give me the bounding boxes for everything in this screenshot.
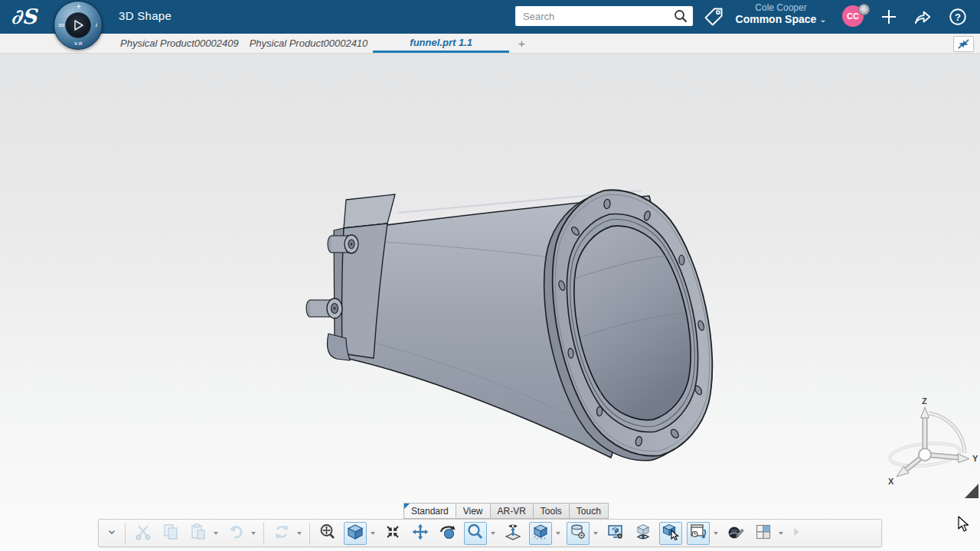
action-toolbar — [98, 519, 882, 547]
toolbar-separator — [125, 523, 126, 544]
zoom-fit-icon — [318, 523, 337, 543]
hide-show-button[interactable] — [632, 522, 655, 545]
database-gear-icon — [569, 523, 587, 543]
tag-icon[interactable] — [702, 5, 725, 28]
doc-tab-1[interactable]: Physical Product00002409 — [115, 34, 244, 53]
cube-cursor-icon — [662, 523, 680, 543]
undo-dropdown[interactable] — [249, 522, 257, 545]
3d-compass[interactable]: 3D V.R ✛ i — [54, 1, 103, 50]
play-right-icon — [790, 526, 802, 540]
select-mode-button[interactable] — [659, 522, 682, 545]
app-title: 3D Shape — [119, 9, 172, 22]
center-view-button[interactable] — [381, 522, 404, 545]
magnifier-icon — [466, 523, 485, 543]
svg-text:?: ? — [955, 11, 961, 23]
view-triad[interactable]: Z Y X — [888, 396, 978, 486]
doc-tab-3[interactable]: funnel.prt 1.1 — [373, 34, 509, 53]
update-window-button[interactable] — [687, 522, 710, 545]
document-tab-bar: Physical Product00002409Physical Product… — [0, 34, 980, 54]
user-name: Cole Cooper — [731, 2, 831, 13]
screen-gear-icon — [606, 523, 625, 543]
scene-svg: Z Y X — [0, 54, 980, 551]
pan-arrows-icon — [411, 523, 430, 543]
undo-button — [224, 522, 247, 545]
top-bar: ∂S 3D V.R ✛ i 3D Shape Cole Cooper Commo… — [0, 0, 980, 34]
compass-3d-label[interactable]: 3D — [58, 23, 65, 28]
update-button — [270, 522, 293, 545]
paste-dropdown[interactable] — [211, 522, 220, 545]
corner-grip-icon[interactable] — [965, 484, 978, 498]
iso-cube-icon — [346, 523, 364, 543]
look-at-icon — [504, 523, 522, 543]
look-at-button[interactable] — [501, 522, 524, 545]
iso-view-dropdown[interactable] — [368, 522, 377, 545]
triad-x-label: X — [888, 477, 894, 486]
doc-tab-2[interactable]: Physical Product00002410 — [244, 34, 374, 53]
iso-view-button[interactable] — [344, 522, 367, 545]
space-selector[interactable]: Common Space ⌄ — [724, 13, 838, 25]
search-box — [515, 6, 693, 26]
undo-icon — [227, 523, 245, 543]
cube-eye-icon — [634, 523, 652, 543]
mount-boss-top — [328, 235, 358, 253]
paste-button — [187, 522, 210, 545]
copy-button — [159, 522, 182, 545]
compass-play-icon[interactable] — [65, 12, 91, 38]
mount-boss-lower — [306, 298, 342, 318]
cut-button — [132, 522, 155, 545]
render-style-dropdown[interactable] — [554, 522, 562, 545]
visualization-settings-button[interactable] — [604, 522, 627, 545]
compass-right-label[interactable]: i — [95, 22, 97, 28]
window-update-icon — [689, 523, 707, 543]
toolbar-separator — [263, 523, 264, 544]
search-input[interactable] — [515, 6, 693, 26]
zoom-dropdown[interactable] — [488, 522, 497, 545]
help-icon[interactable]: ? — [948, 7, 968, 27]
compass-vr-label[interactable]: V.R — [74, 41, 83, 46]
ribbon-tab-ar-vr[interactable]: AR-VR — [490, 503, 533, 519]
chevron-down-icon: ⌄ — [819, 15, 826, 24]
toolbar-separator — [309, 523, 310, 544]
toolbar-options-button[interactable] — [105, 522, 119, 545]
ambience-render-button[interactable] — [724, 522, 747, 545]
triad-z-label: Z — [922, 396, 927, 406]
rotate-button[interactable] — [436, 522, 459, 545]
multi-view-dropdown[interactable] — [776, 522, 785, 545]
chevron-down-icon — [106, 526, 118, 540]
3d-shape-app: ∂S 3D V.R ✛ i 3D Shape Cole Cooper Commo… — [0, 0, 980, 551]
update-dropdown[interactable] — [295, 522, 303, 545]
pan-button[interactable] — [409, 522, 432, 545]
funnel-model[interactable] — [306, 174, 734, 475]
center-arrows-icon — [384, 523, 402, 543]
session-data-dropdown[interactable] — [591, 522, 599, 545]
compass-top-label[interactable]: ✛ — [77, 4, 81, 10]
ribbon-tab-view[interactable]: View — [456, 503, 490, 519]
avatar-gear-icon[interactable] — [858, 4, 870, 15]
multi-view-button[interactable] — [752, 522, 775, 545]
collapse-window-button[interactable] — [953, 36, 974, 52]
ribbon-tab-standard[interactable]: Standard — [403, 503, 456, 519]
zoom-button[interactable] — [464, 522, 487, 545]
triad-y-label: Y — [972, 454, 978, 463]
add-content-button[interactable] — [879, 7, 899, 27]
3d-viewport[interactable]: Z Y X — [0, 54, 980, 551]
sphere-pencil-icon — [727, 523, 745, 543]
ribbon-tab-touch[interactable]: Touch — [569, 503, 609, 519]
3ds-logo-icon[interactable]: ∂S — [11, 3, 49, 31]
toolbar-overflow-button — [789, 522, 803, 545]
paste-icon — [189, 523, 207, 543]
add-tab-button[interactable]: + — [509, 34, 534, 53]
rotate-orbit-icon — [439, 523, 457, 543]
copy-icon — [162, 523, 180, 543]
shaded-cube-icon — [531, 523, 550, 543]
mouse-cursor-icon — [957, 516, 971, 536]
search-icon[interactable] — [673, 8, 688, 24]
render-style-button[interactable] — [529, 522, 552, 545]
ribbon-tab-strip: StandardViewAR-VRToolsTouch — [403, 503, 609, 519]
zoom-fit-button[interactable] — [316, 522, 339, 545]
share-icon[interactable] — [913, 7, 933, 27]
cut-icon — [134, 523, 152, 543]
update-window-dropdown[interactable] — [711, 522, 720, 545]
ribbon-tab-tools[interactable]: Tools — [533, 503, 569, 519]
session-data-button[interactable] — [567, 522, 590, 545]
